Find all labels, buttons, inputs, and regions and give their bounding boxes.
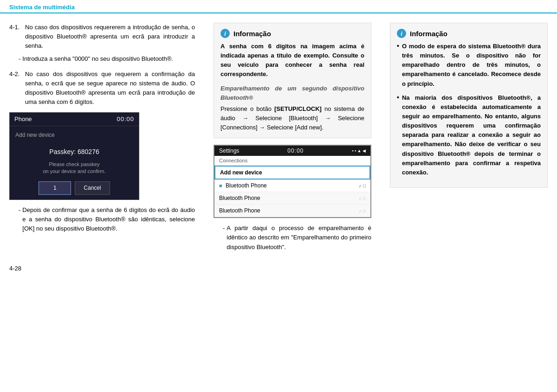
list-item-2: • Na maioria dos dispositivos Bluetooth®…	[397, 93, 541, 177]
info-subheading-mid: Emparelhamento de um segundo dispositivo…	[220, 84, 364, 103]
page-number: 4-28	[0, 260, 557, 276]
row-icons-3: ♪ □	[359, 208, 366, 213]
phone-btn-1[interactable]: 1	[39, 181, 71, 195]
info-body-mid: A senha com 6 dígitos na imagem acima é …	[220, 42, 364, 132]
info-box-mid: i Informação A senha com 6 dígitos na im…	[214, 23, 371, 138]
info-header-mid: i Informação	[220, 29, 364, 38]
settings-row-bt-phone-2[interactable]: Bluetooth Phone ♪ □	[214, 192, 370, 205]
middle-column: i Informação A senha com 6 dígitos na im…	[204, 23, 381, 256]
section-text-left: 4-1. No caso dos dispositivos requererem…	[9, 23, 195, 233]
phone-add-device-label: Add new device	[14, 131, 134, 140]
list-item-1: • O modo de espera do sistema Bluetooth®…	[397, 42, 541, 89]
after-phone-dash: -	[19, 206, 20, 233]
page-header: Sistema de multimédia	[0, 0, 557, 13]
bullet-text-2: Na maioria dos dispositivos Bluetooth®, …	[402, 93, 541, 177]
settings-submenu: Connections	[214, 156, 370, 166]
after-phone-text: - Depois de confirmar que a senha de 6 d…	[9, 206, 195, 233]
info-header-right: i Informação	[397, 29, 541, 38]
item-4-2-text: No caso dos dispositivos que requerem a …	[25, 70, 195, 107]
phone-passkey-value: Passkey: 680276	[14, 147, 134, 157]
info-title-mid: Informação	[233, 30, 271, 38]
music-icon: ♪	[359, 183, 361, 188]
phone-icon: □	[363, 183, 366, 188]
settings-header-time: 00:00	[287, 148, 304, 154]
phone-passkey-section: Passkey: 680276	[14, 147, 134, 157]
music-icon: ♪	[359, 208, 361, 213]
settings-row-label: Bluetooth Phone	[219, 195, 260, 201]
main-content: 4-1. No caso dos dispositivos requererem…	[0, 13, 557, 260]
phone-header-time: 00:00	[117, 115, 134, 124]
header-title: Sistema de multimédia	[9, 4, 75, 11]
info-title-right: Informação	[410, 30, 447, 38]
info-icon-mid: i	[220, 29, 230, 38]
after-settings-text: - A partir daqui o processo de emparelha…	[214, 224, 371, 251]
section-item-4-2: 4-2. No caso dos dispositivos que requer…	[9, 70, 195, 107]
sub-dash: -	[19, 54, 20, 64]
phone-screen-body: Add new device Passkey: 680276 Please ch…	[10, 126, 139, 199]
arrow3: →	[259, 124, 265, 131]
phone-icon: □	[363, 196, 366, 201]
music-icon: ♪	[359, 196, 361, 201]
phone-icon: □	[363, 208, 366, 213]
phone-confirm-text: Please check passkey on your device and …	[14, 161, 134, 175]
section-item-4-1: 4-1. No caso dos dispositivos requererem…	[9, 23, 195, 64]
settings-row-label: ■ Bluetooth Phone	[219, 182, 267, 189]
info-bold-text: A senha com 6 dígitos na imagem acima é …	[220, 43, 364, 77]
phone-screen-mockup: Phone 00:00 Add new device Passkey: 6802…	[9, 112, 139, 200]
arrow1: →	[242, 115, 248, 122]
after-settings-sub: - A partir daqui o processo de emparelha…	[214, 224, 371, 251]
phone-header-title: Phone	[14, 115, 32, 124]
after-settings-dash: -	[223, 224, 225, 251]
key-label: [SETUP/CLOCK]	[274, 105, 322, 112]
after-settings-body: A partir daqui o processo de emparelhame…	[227, 224, 371, 251]
settings-header-title: Settings	[219, 148, 239, 154]
bullet-text-1: O modo de espera do sistema Bluetooth® d…	[402, 42, 541, 89]
row-icons-1: ♪ □	[359, 183, 366, 188]
settings-row-label: Bluetooth Phone	[219, 207, 260, 214]
settings-row-label: Add new device	[220, 169, 262, 176]
left-column: 4-1. No caso dos dispositivos requererem…	[9, 23, 204, 256]
row-icons-2: ♪ □	[359, 196, 366, 201]
right-column: i Informação • O modo de espera do siste…	[381, 23, 548, 256]
settings-row-bt-phone-1[interactable]: ■ Bluetooth Phone ♪ □	[214, 180, 370, 192]
after-phone-body: Depois de confirmar que a senha de 6 díg…	[22, 206, 195, 233]
settings-header-bar: Settings 00:00 ▪ ▪ ▲ ◀	[214, 146, 370, 156]
settings-screen-mockup: Settings 00:00 ▪ ▪ ▲ ◀ Connections Add n…	[214, 145, 371, 218]
sub-item-4-1-1: - Introduza a senha "0000" no seu dispos…	[9, 54, 195, 64]
info-body-continue: Pressione o botão [SETUP/CLOCK] no siste…	[220, 104, 364, 132]
phone-btn-cancel[interactable]: Cancel	[75, 181, 110, 195]
item-4-2-num: 4-2.	[9, 70, 23, 107]
settings-row-bt-phone-3[interactable]: Bluetooth Phone ♪ □	[214, 205, 370, 217]
item-4-1-num: 4-1.	[9, 23, 23, 51]
phone-buttons: 1 Cancel	[14, 181, 134, 195]
info-icon-right: i	[397, 29, 406, 38]
info-bullet-list-right: • O modo de espera do sistema Bluetooth®…	[397, 42, 541, 177]
arrow2: →	[325, 115, 331, 122]
item-4-1-text: No caso dos dispositivos requererem a in…	[25, 23, 195, 51]
bullet-2: •	[397, 93, 399, 177]
settings-header-icons: ▪ ▪ ▲ ◀	[352, 148, 366, 153]
info-box-right: i Informação • O modo de espera do siste…	[390, 23, 548, 188]
sub-text: Introduza a senha "0000" no seu disposit…	[22, 54, 195, 64]
bullet-1: •	[397, 42, 399, 89]
phone-screen-header: Phone 00:00	[10, 113, 139, 126]
settings-row-add-new[interactable]: Add new device	[214, 166, 370, 180]
